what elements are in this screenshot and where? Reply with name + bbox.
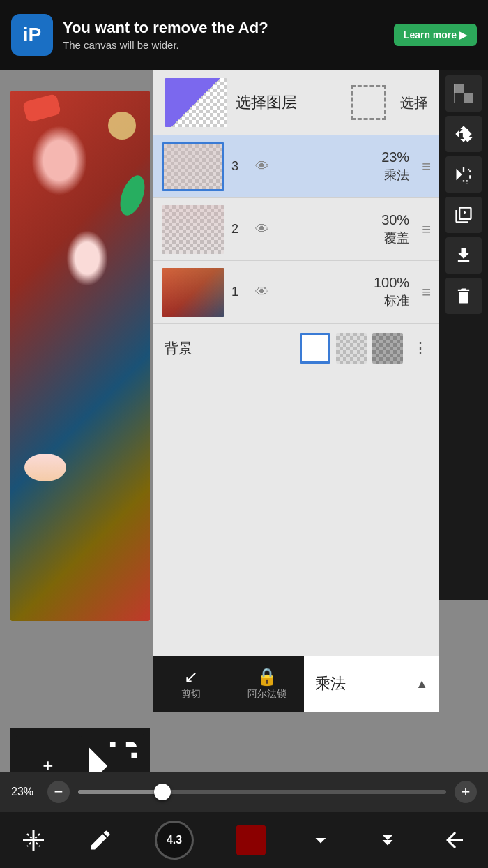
down-arrow-button[interactable]: [308, 828, 333, 853]
layer-3-blend: 乘法: [384, 167, 409, 184]
bg-white-option[interactable]: [300, 333, 330, 364]
layer-2-menu-button[interactable]: ≡: [422, 220, 431, 239]
alpha-lock-button[interactable]: 🔒 阿尔法锁: [229, 656, 305, 712]
arrow-down-icon: [308, 828, 333, 853]
move-icon: [454, 124, 473, 144]
layer-2-visibility-toggle[interactable]: 👁: [255, 221, 269, 237]
back-arrow-icon: [442, 828, 467, 853]
pencil-icon: [88, 828, 113, 853]
checkerboard-icon: [454, 84, 473, 103]
blend-mode-value: 乘法: [315, 673, 346, 694]
delete-layer-button[interactable]: [445, 278, 482, 314]
cut-icon: ↙: [184, 667, 198, 687]
layer-2-number: 2: [231, 222, 245, 237]
double-down-arrow-button[interactable]: [375, 828, 400, 853]
selection-frame[interactable]: [351, 85, 386, 120]
art-decor-bow: [22, 93, 61, 123]
merge-layers-icon: [454, 205, 473, 225]
ad-banner: iP You want to remove the Ad? The canvas…: [0, 0, 488, 70]
flip-tool-icon: [454, 165, 473, 184]
main-area: +: [0, 70, 488, 868]
cut-button[interactable]: ↙ 剪切: [153, 656, 229, 712]
crosshair-icon: [21, 828, 46, 853]
opacity-slider-thumb[interactable]: [154, 784, 171, 800]
layer-1-info: 100% 标准: [374, 275, 409, 309]
opacity-bar: 23% − +: [0, 772, 488, 812]
svg-rect-1: [454, 84, 464, 93]
alpha-lock-icon: 🔒: [257, 667, 277, 687]
layer-row-3[interactable]: 3 👁 23% 乘法 ≡: [153, 135, 439, 198]
select-label: 选择: [400, 93, 428, 112]
art-figure2: [66, 230, 108, 286]
opacity-value: 23%: [11, 786, 39, 798]
art-leaves: [116, 172, 150, 219]
canvas-preview: [10, 91, 150, 621]
layer-header: 选择图层 选择: [153, 70, 439, 135]
layer-header-thumbnail: [165, 78, 227, 127]
background-more-button[interactable]: ⋮: [413, 339, 428, 357]
layer-1-blend: 标准: [384, 292, 409, 309]
ad-logo: iP: [11, 14, 53, 56]
layer-3-number: 3: [231, 159, 245, 174]
brush-tool-button[interactable]: [21, 828, 46, 853]
background-label: 背景: [165, 339, 192, 358]
blend-up-icon: ▲: [415, 677, 428, 691]
trash-icon: [454, 286, 473, 306]
artwork: [10, 91, 150, 621]
cut-label: 剪切: [181, 688, 201, 701]
move-tool-button[interactable]: [445, 116, 482, 152]
opacity-slider[interactable]: [78, 790, 446, 794]
layer-row-2[interactable]: 2 👁 30% 覆盖 ≡: [153, 198, 439, 261]
layer-1-opacity: 100%: [374, 275, 409, 291]
transparency-button[interactable]: [445, 75, 482, 112]
layer-1-menu-button[interactable]: ≡: [422, 283, 431, 301]
ad-logo-text: iP: [23, 24, 41, 46]
svg-rect-2: [464, 93, 473, 103]
art-decor-ornament: [108, 112, 136, 140]
alpha-lock-label: 阿尔法锁: [247, 688, 287, 701]
ad-text-block: You want to remove the Ad? The canvas wi…: [63, 19, 384, 50]
bottom-toolbar: 4.3: [0, 812, 488, 868]
layer-1-visibility-toggle[interactable]: 👁: [255, 284, 269, 300]
layer-3-thumbnail: [162, 142, 224, 191]
layer-3-visibility-toggle[interactable]: 👁: [255, 158, 269, 174]
background-row: 背景 ⋮: [153, 324, 439, 373]
art-figure1: [31, 126, 87, 195]
download-button[interactable]: [445, 237, 482, 274]
layer-2-thumbnail: [162, 205, 224, 254]
action-bar: ↙ 剪切 🔒 阿尔法锁 乘法 ▲: [153, 656, 439, 712]
layers-panel: 选择图层 选择 3 👁 23% 乘法 ≡ 2 👁 30% 覆盖 ≡: [153, 70, 439, 712]
learn-more-button[interactable]: Learn more ▶: [394, 24, 477, 46]
merge-layers-button[interactable]: [445, 197, 482, 233]
ad-title: You want to remove the Ad?: [63, 19, 384, 37]
layer-3-opacity: 23%: [381, 149, 409, 165]
pencil-tool-button[interactable]: [88, 828, 113, 853]
layer-2-info: 30% 覆盖: [381, 212, 409, 246]
download-icon: [454, 246, 473, 265]
brush-size-indicator[interactable]: 4.3: [155, 821, 194, 860]
blend-mode-selector[interactable]: 乘法 ▲: [304, 656, 439, 712]
layer-header-title: 选择图层: [236, 92, 297, 113]
bg-transparent-option[interactable]: [372, 333, 403, 364]
layer-1-number: 1: [231, 285, 245, 299]
layer-1-thumbnail: [162, 268, 224, 317]
opacity-increase-button[interactable]: +: [455, 781, 477, 803]
back-button[interactable]: [442, 828, 467, 853]
flip-tool-button[interactable]: [445, 156, 482, 193]
layer-2-opacity: 30%: [381, 212, 409, 228]
right-toolbar: [439, 70, 488, 600]
layer-2-blend: 覆盖: [384, 230, 409, 246]
ad-subtitle: The canvas will be wider.: [63, 39, 384, 51]
layer-row-1[interactable]: 1 👁 100% 标准 ≡: [153, 261, 439, 324]
background-options: [300, 333, 403, 364]
bg-gray-option[interactable]: [336, 333, 367, 364]
color-swatch[interactable]: [236, 825, 266, 855]
layer-3-info: 23% 乘法: [381, 149, 409, 184]
opacity-slider-fill: [78, 790, 162, 794]
double-arrow-down-icon: [375, 828, 400, 853]
art-flowers: [24, 454, 66, 481]
layer-3-menu-button[interactable]: ≡: [422, 158, 431, 176]
opacity-decrease-button[interactable]: −: [47, 781, 70, 803]
